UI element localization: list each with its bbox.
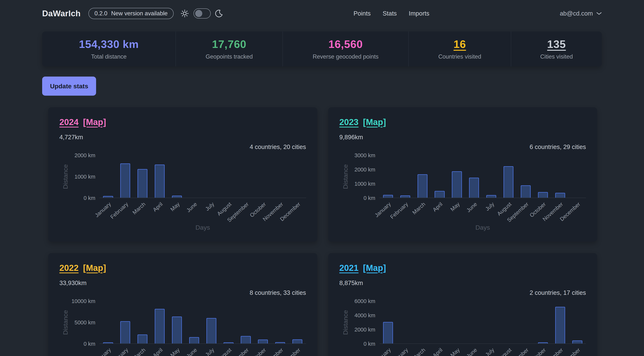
bar: [172, 317, 182, 344]
top-nav: DaWarIch 0.2.0 New version available Poi…: [0, 0, 644, 22]
bar: [138, 169, 148, 198]
bar-slot: [289, 155, 306, 198]
stat-label: Total distance: [91, 53, 127, 60]
bar-slot: [254, 155, 272, 198]
x-tick-label: May: [169, 347, 181, 356]
nav-link-stats[interactable]: Stats: [383, 10, 397, 17]
stat-cell-total-distance: 154,330 kmTotal distance: [42, 31, 176, 66]
bar-slot: [569, 155, 586, 198]
bar-slot: [448, 301, 466, 344]
bar-slot: [220, 301, 237, 344]
bar: [258, 340, 268, 343]
nav-link-imports[interactable]: Imports: [409, 10, 429, 17]
x-tick-label: April: [152, 347, 164, 356]
y-axis-title: Distance: [340, 155, 352, 198]
bar: [155, 165, 165, 197]
bar-slot: [289, 301, 306, 344]
distance-bar-chart-2024: Distance2000 km1000 km0 kmJanuaryFebruar…: [60, 155, 306, 231]
stat-cell-geopoints-tracked: 17,760Geopoints tracked: [176, 31, 283, 66]
x-tick-label: July: [204, 201, 216, 212]
card-heading: 2023[Map]: [340, 117, 586, 127]
y-tick-label: 0 km: [84, 195, 95, 201]
user-menu[interactable]: ab@cd.com: [560, 10, 602, 17]
bar: [224, 342, 234, 344]
bar-slot: [237, 155, 254, 198]
x-axis-ticks: JanuaryFebruaryMarchAprilMayJuneJulyAugu…: [100, 198, 306, 222]
bar-slot: [134, 301, 151, 344]
map-link-2023[interactable]: [Map]: [363, 117, 386, 127]
theme-toggle-knob: [195, 10, 202, 17]
theme-toggle[interactable]: [194, 8, 211, 18]
bar: [155, 309, 165, 343]
y-tick-label: 6000 km: [354, 298, 375, 304]
x-tick-label: March: [411, 347, 426, 356]
bar-slot: [134, 155, 151, 198]
bar-slot: [414, 301, 431, 344]
bar: [504, 166, 514, 198]
y-tick-label: 2000 km: [354, 166, 375, 173]
x-axis-title: Days: [380, 222, 586, 231]
x-tick-label: July: [484, 347, 495, 356]
bar: [275, 342, 285, 344]
bar-slot: [117, 155, 134, 198]
bar-slot: [483, 301, 500, 344]
nav-link-points[interactable]: Points: [354, 10, 371, 17]
stat-label: Geopoints tracked: [206, 53, 253, 60]
x-tick-label: August: [216, 347, 233, 356]
year-card-2022: 2022[Map]33,930km8 countries, 33 citiesD…: [48, 253, 317, 356]
x-tick-label: July: [484, 201, 495, 212]
y-tick-label: 4000 km: [354, 312, 375, 318]
bar-slot: [517, 301, 534, 344]
bar-slot: [151, 301, 168, 344]
year-card-2024: 2024[Map]4,727km4 countries, 20 citiesDi…: [48, 107, 317, 242]
version-badge[interactable]: 0.2.0 New version available: [88, 8, 174, 19]
bar: [486, 195, 496, 198]
bar: [103, 342, 113, 344]
main-nav: PointsStatsImports: [354, 10, 429, 17]
bar: [172, 196, 182, 197]
year-link-2023[interactable]: 2023: [340, 117, 358, 127]
bar-slot: [500, 301, 517, 344]
app-logo[interactable]: DaWarIch: [42, 9, 80, 18]
map-link-2022[interactable]: [Map]: [83, 263, 106, 273]
map-link-2021[interactable]: [Map]: [363, 263, 386, 273]
bar-slot: [168, 301, 186, 344]
bar-slot: [483, 155, 500, 198]
year-link-2024[interactable]: 2024: [60, 117, 78, 127]
bar: [521, 185, 531, 198]
map-link-2024[interactable]: [Map]: [83, 117, 106, 127]
card-summary: 4 countries, 20 cities: [60, 143, 306, 150]
stat-label: Countries visited: [438, 53, 481, 60]
x-tick-label: May: [169, 201, 181, 212]
bar-slot: [117, 301, 134, 344]
card-summary: 2 countries, 17 cities: [340, 289, 586, 296]
y-tick-label: 1000 km: [354, 181, 375, 187]
stat-label: Reverse geocoded points: [313, 53, 378, 60]
bar-slot: [254, 301, 272, 344]
version-number: 0.2.0: [94, 10, 107, 17]
stat-value[interactable]: 135: [547, 38, 566, 50]
stat-value[interactable]: 16: [454, 38, 466, 50]
bar-slot: [396, 155, 414, 198]
bar-slot: [186, 301, 203, 344]
year-link-2021[interactable]: 2021: [340, 263, 358, 273]
bar: [452, 171, 462, 198]
x-tick-label: June: [186, 347, 198, 356]
bar-slot: [272, 301, 289, 344]
bar-slot: [414, 155, 431, 198]
year-link-2022[interactable]: 2022: [60, 263, 78, 273]
bar: [189, 337, 199, 344]
x-tick-label: August: [216, 201, 233, 217]
bar: [103, 196, 113, 198]
y-tick-label: 2000 km: [74, 152, 95, 158]
x-tick-label: June: [465, 201, 478, 214]
bar: [418, 174, 428, 197]
x-tick-label: April: [432, 201, 444, 213]
stat-value: 17,760: [212, 38, 246, 50]
header-left-group: DaWarIch 0.2.0 New version available: [42, 8, 223, 19]
update-stats-button[interactable]: Update stats: [42, 76, 96, 96]
x-tick-label: May: [449, 347, 461, 356]
x-tick-label: May: [449, 201, 461, 212]
bar-slot: [552, 301, 569, 344]
bar-slot: [517, 155, 534, 198]
